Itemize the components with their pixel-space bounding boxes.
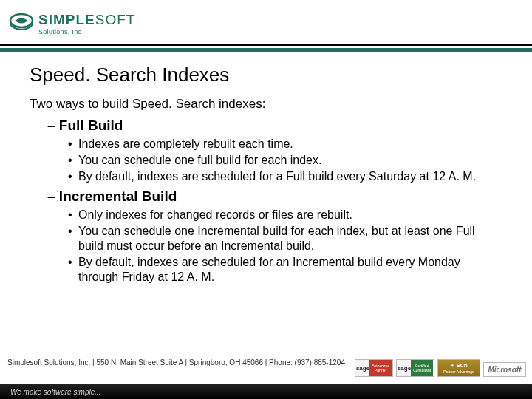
section-label-incremental-build: Incremental Build xyxy=(47,188,502,205)
logo-subline: Solutions, Inc xyxy=(38,28,135,35)
full-build-list: Indexes are completely rebuilt each time… xyxy=(68,137,502,184)
list-item: By default, indexes are scheduled for an… xyxy=(68,255,482,284)
incremental-build-list: Only indexes for changed records or file… xyxy=(68,208,502,284)
section-label-full-build: Full Build xyxy=(47,117,502,134)
sage-certified-badge: sage Certified Consultant xyxy=(396,359,434,377)
slide-content: Speed. Search Indexes Two ways to build … xyxy=(0,47,532,284)
sun-partner-badge: ☀ Sun Partner Advantage xyxy=(437,359,480,377)
microsoft-badge: Microsoft xyxy=(483,362,526,377)
slide-intro: Two ways to build Speed. Search indexes: xyxy=(30,97,502,112)
footer-tagline: We make software simple... xyxy=(10,388,101,396)
sage-authorized-badge: sage Authorized Partner xyxy=(355,359,393,377)
header: SIMPLESOFT Solutions, Inc xyxy=(0,0,532,47)
partner-badges: sage Authorized Partner sage Certified C… xyxy=(355,359,526,377)
list-item: Only indexes for changed records or file… xyxy=(68,208,482,222)
footer-info: Simplesoft Solutions, Inc. | 550 N. Main… xyxy=(7,358,345,366)
list-item: By default, indexes are scheduled for a … xyxy=(68,169,482,184)
list-item: You can schedule one full build for each… xyxy=(68,153,482,168)
list-item: Indexes are completely rebuilt each time… xyxy=(68,137,482,151)
header-accent xyxy=(0,48,532,52)
logo: SIMPLESOFT Solutions, Inc xyxy=(9,10,135,38)
list-item: You can schedule one Incremental build f… xyxy=(68,224,482,253)
header-divider xyxy=(0,44,532,46)
logo-name: SIMPLESOFT xyxy=(38,12,135,28)
footer-bar: We make software simple... xyxy=(0,384,532,399)
logo-icon xyxy=(9,10,34,38)
slide-title: Speed. Search Indexes xyxy=(30,64,502,86)
